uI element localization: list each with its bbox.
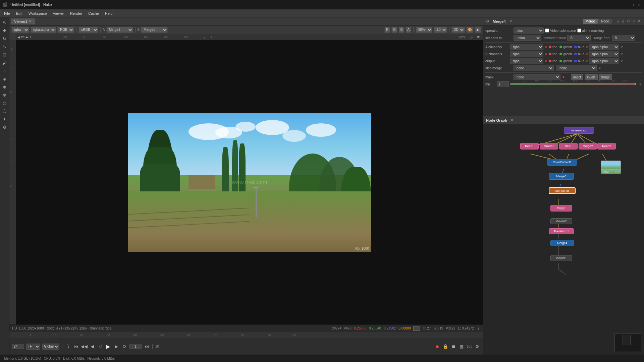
ruler-options-btn[interactable]: 🖊 — [470, 35, 474, 39]
colorspace-mode-select[interactable]: RGB — [57, 27, 74, 33]
menu-file[interactable]: File — [1, 11, 13, 16]
out-ch-expand[interactable]: ▼ — [620, 59, 624, 63]
zoom-select[interactable]: 50% 100% 200% Fit — [416, 27, 432, 33]
crop-tool[interactable]: ⊡ — [1, 51, 8, 58]
maximize-btn[interactable]: □ — [630, 2, 635, 7]
close-btn[interactable]: ✕ — [637, 2, 641, 7]
next-frame-btn[interactable]: ▶ — [26, 36, 28, 39]
menu-viewer[interactable]: Viewer — [50, 11, 67, 16]
node-render04[interactable]: render04.exr — [564, 127, 594, 134]
tl-prev-frame-btn[interactable]: ◀ — [89, 344, 95, 350]
snap-btn[interactable]: ⤵ — [65, 344, 71, 350]
tl-start-btn[interactable]: ⏮ — [73, 344, 79, 350]
tl-end-btn[interactable]: ⏭ — [144, 344, 150, 350]
color-picker-btn[interactable]: 🎨 — [466, 27, 474, 33]
prev-frame-btn[interactable]: ◀ — [17, 36, 20, 39]
view-2d-3d[interactable]: 2D 3D — [451, 27, 465, 33]
node-transform1[interactable]: Transform1 — [549, 228, 574, 234]
menu-render[interactable]: Render — [67, 11, 85, 16]
tl-lock-btn[interactable]: 🔒 — [442, 344, 448, 350]
also-merge-select1[interactable]: none — [514, 65, 554, 71]
menu-workspace[interactable]: Workspace — [26, 11, 50, 16]
input-b-select[interactable]: Merge1 — [141, 27, 168, 33]
channel-select[interactable]: rgba rgb alpha — [11, 27, 29, 33]
video-colorspace-checkbox[interactable] — [545, 28, 549, 33]
tl-render-btn[interactable]: ◼ — [450, 344, 457, 350]
3d-tool[interactable]: ⬡ — [1, 107, 8, 115]
a-channels-alpha-select[interactable]: rgba.alpha — [589, 44, 619, 50]
paint-tool[interactable]: 🖌 — [1, 59, 8, 66]
also-merge-select2[interactable]: none — [556, 65, 597, 71]
view-r-btn[interactable]: R — [384, 27, 390, 33]
move-tool[interactable]: ✥ — [1, 27, 8, 34]
fps-input[interactable] — [12, 344, 24, 349]
also-merge-expand[interactable]: ▼ — [598, 66, 601, 70]
a-ch-b-remove[interactable]: ✕ — [585, 45, 588, 49]
viewer-area[interactable]: ◀ f/8 ▶ 1 -50 0 50 100 150 200 250 y 1 2… — [9, 34, 483, 324]
minimize-btn[interactable]: ─ — [623, 2, 628, 7]
view-g-btn[interactable]: G — [391, 27, 397, 33]
node-viewer2[interactable]: Viewer2 — [550, 218, 572, 224]
node-mergeflat[interactable]: MergeFlat — [549, 187, 576, 194]
tab-merge[interactable]: Merge — [583, 19, 598, 24]
tl-settings-btn[interactable]: ⚙ — [474, 344, 480, 350]
props-paste-btn[interactable]: ⎗ — [621, 19, 625, 23]
props-help-btn[interactable]: ? — [632, 19, 636, 23]
operation-select[interactable]: plus over under atop — [514, 27, 544, 34]
scale-tool[interactable]: ⤡ — [1, 43, 8, 50]
deep-tool[interactable]: ◎ — [1, 99, 8, 107]
viewer-tab-1[interactable]: Viewer1 ✕ — [11, 18, 35, 24]
properties-close-btn[interactable]: ✕ — [509, 19, 512, 23]
input-a-select[interactable]: Merge1 — [106, 27, 133, 33]
clone-tool[interactable]: ⊕ — [1, 83, 8, 90]
mix-expand[interactable]: ▼ — [639, 82, 642, 86]
b-ch-b-remove[interactable]: ✕ — [585, 52, 588, 56]
props-copy-btn[interactable]: ⎘ — [616, 19, 620, 23]
node-tool[interactable]: ⚙ — [1, 123, 8, 131]
select-tool[interactable]: ↖ — [1, 19, 8, 26]
node-viewer1[interactable]: Viewer1 — [550, 255, 572, 261]
frame-input[interactable] — [129, 344, 142, 349]
view-a-btn[interactable]: A — [406, 27, 411, 33]
tl-next-frame-btn[interactable]: ▶ — [113, 344, 119, 350]
tl-skip-select[interactable]: 10 — [155, 345, 159, 348]
mix-input[interactable] — [497, 81, 509, 87]
node-read2[interactable]: Read2 — [597, 143, 616, 149]
a-ch-r-remove[interactable]: ✕ — [544, 45, 547, 49]
tl-flipbook-btn[interactable]: ▦ — [459, 344, 465, 350]
node-grade1[interactable]: Grade1 — [540, 143, 558, 149]
global-select[interactable]: Global Input — [42, 344, 59, 350]
menu-edit[interactable]: Edit — [13, 11, 25, 16]
out-ch-b-remove[interactable]: ✕ — [585, 59, 588, 63]
tl-prev-btn[interactable]: ◀◀ — [81, 344, 87, 350]
node-blur1[interactable]: Blur1 — [559, 143, 578, 149]
tl-back-btn[interactable]: ◁ — [97, 344, 103, 350]
output-alpha-select[interactable]: rgba.alpha — [589, 58, 619, 64]
b-channels-select[interactable]: rgba rgb — [510, 51, 543, 57]
props-close2-btn[interactable]: ✕ — [636, 19, 641, 23]
tl-play-btn[interactable]: ▶ — [105, 344, 111, 350]
menu-cache[interactable]: Cache — [86, 11, 102, 16]
timeline-ruler[interactable]: 1 10 20 30 40 50 60 70 80 90 100 — [9, 332, 483, 338]
tl-loop-btn[interactable]: ⟳ — [121, 344, 127, 350]
ruler-collapse-btn[interactable]: ▼ — [476, 35, 480, 39]
node-canvas[interactable]: render04.exr Read1 Grade1 Blur1 Merge2 R… — [483, 124, 644, 355]
a-channels-select[interactable]: rgba rgb alpha — [510, 44, 543, 50]
mask-expand[interactable]: ▼ — [562, 75, 565, 79]
view-b-btn[interactable]: B — [399, 27, 405, 33]
node-thumb[interactable]: Read2 file.0 — [601, 161, 621, 174]
out-ch-r-remove[interactable]: ✕ — [544, 59, 547, 63]
particle-tool[interactable]: ✦ — [1, 115, 8, 123]
warp-tool[interactable]: ⊛ — [1, 91, 8, 99]
mini-map[interactable] — [614, 334, 641, 352]
menu-help[interactable]: Help — [102, 11, 115, 16]
status-arrow[interactable]: ▼ — [477, 326, 480, 330]
alpha-masking-checkbox[interactable] — [577, 28, 581, 33]
colorspace-select[interactable]: sRGB linear rec709 — [78, 27, 98, 33]
mask-tool[interactable]: ○ — [1, 67, 8, 74]
b-channels-alpha-select[interactable]: rgba.alpha — [589, 51, 619, 57]
fps-unit-select[interactable]: TF FPS — [26, 344, 40, 350]
range-select[interactable]: B A — [612, 35, 635, 41]
rotate-tool[interactable]: ↻ — [1, 35, 8, 42]
mix-slider[interactable]: 0.1 0.2 0.3 0.4 0.5 0.6 0.7 0.8 0.9 — [510, 83, 636, 85]
